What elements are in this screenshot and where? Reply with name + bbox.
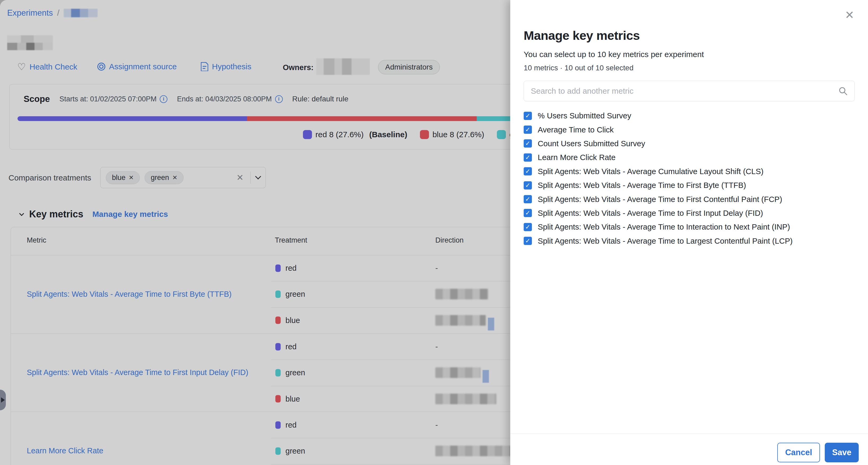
metric-option-label: Split Agents: Web Vitals - Average Time … [538, 181, 746, 190]
metric-search-box [524, 81, 855, 101]
metric-option-label: Average Time to Click [538, 125, 614, 134]
list-item[interactable]: ✓Average Time to Click [524, 123, 858, 137]
list-item[interactable]: ✓Split Agents: Web Vitals - Average Time… [524, 178, 858, 192]
metric-option-label: Split Agents: Web Vitals - Average Time … [538, 223, 790, 231]
list-item[interactable]: ✓Split Agents: Web Vitals - Average Time… [524, 220, 858, 234]
metric-option-label: Split Agents: Web Vitals - Average Time … [538, 209, 763, 217]
metric-option-label: Split Agents: Web Vitals - Average Cumul… [538, 167, 764, 176]
checkbox-checked[interactable]: ✓ [524, 139, 532, 148]
screen: Experiments / ♡ Health Check Assignment … [0, 0, 868, 465]
close-icon[interactable]: ✕ [845, 9, 854, 21]
checkbox-checked[interactable]: ✓ [524, 209, 532, 217]
list-item[interactable]: ✓% Users Submitted Survey [524, 109, 858, 123]
metrics-count-line: 10 metrics · 10 out of 10 selected [524, 64, 633, 72]
search-input[interactable] [531, 87, 839, 95]
checkbox-checked[interactable]: ✓ [524, 153, 532, 162]
drawer-title: Manage key metrics [524, 28, 640, 43]
metric-checkbox-list: ✓% Users Submitted Survey ✓Average Time … [524, 109, 858, 248]
list-item[interactable]: ✓Split Agents: Web Vitals - Average Time… [524, 192, 858, 206]
list-item[interactable]: ✓Split Agents: Web Vitals - Average Time… [524, 206, 858, 220]
metric-option-label: Split Agents: Web Vitals - Average Time … [538, 195, 782, 204]
checkbox-checked[interactable]: ✓ [524, 195, 532, 203]
checkbox-checked[interactable]: ✓ [524, 237, 532, 245]
checkbox-checked[interactable]: ✓ [524, 181, 532, 190]
metric-option-label: Learn More Click Rate [538, 153, 616, 162]
list-item[interactable]: ✓Split Agents: Web Vitals - Average Cumu… [524, 165, 858, 178]
manage-key-metrics-drawer: ✕ Manage key metrics You can select up t… [510, 0, 868, 465]
metric-option-label: % Users Submitted Survey [538, 111, 631, 120]
checkbox-checked[interactable]: ✓ [524, 223, 532, 231]
list-item[interactable]: ✓Learn More Click Rate [524, 150, 858, 164]
footer-divider [510, 433, 868, 434]
search-icon [839, 87, 847, 95]
save-button[interactable]: Save [825, 443, 859, 462]
cancel-button[interactable]: Cancel [777, 443, 820, 462]
list-item[interactable]: ✓Count Users Submitted Survey [524, 137, 858, 150]
drawer-subtitle: You can select up to 10 key metrics per … [524, 50, 704, 59]
checkbox-checked[interactable]: ✓ [524, 167, 532, 175]
metric-option-label: Split Agents: Web Vitals - Average Time … [538, 236, 793, 245]
checkbox-checked[interactable]: ✓ [524, 112, 532, 120]
checkbox-checked[interactable]: ✓ [524, 125, 532, 134]
metric-option-label: Count Users Submitted Survey [538, 139, 645, 148]
list-item[interactable]: ✓Split Agents: Web Vitals - Average Time… [524, 234, 858, 248]
